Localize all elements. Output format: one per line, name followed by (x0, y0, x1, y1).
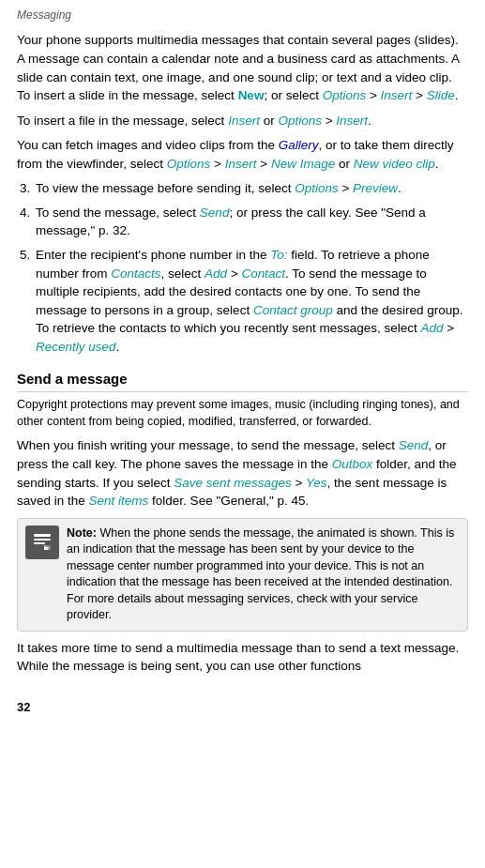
send-para1: Copyright protections may prevent some i… (17, 396, 468, 430)
list-item-5: Enter the recipient's phone number in th… (34, 246, 468, 356)
svg-rect-1 (34, 539, 51, 541)
intro-para1: Your phone supports multimedia messages … (17, 31, 468, 104)
note-box: Note: When the phone sends the message, … (17, 518, 468, 632)
header-title: Messaging (17, 8, 71, 22)
send-a-message-heading: Send a message (17, 369, 468, 392)
note-symbol-icon (31, 531, 53, 554)
svg-rect-0 (34, 534, 51, 537)
svg-rect-4 (44, 547, 49, 548)
page-content: Your phone supports multimedia messages … (0, 23, 485, 693)
list-item-4: To send the message, select Send; or pre… (34, 204, 468, 240)
intro-para2: To insert a file in the message, select … (17, 112, 468, 130)
send-para3: It takes more time to send a multimedia … (17, 639, 468, 676)
svg-rect-2 (34, 542, 45, 544)
note-text: Note: When the phone sends the message, … (67, 525, 460, 624)
note-icon (25, 525, 59, 559)
list-item-3: To view the message before sending it, s… (34, 179, 468, 198)
page-number: 32 (0, 693, 485, 723)
page-header: Messaging (0, 0, 485, 23)
intro-para3: You can fetch images and video clips fro… (17, 136, 468, 173)
send-para2: When you finish writing your message, to… (17, 436, 468, 510)
numbered-list: To view the message before sending it, s… (34, 179, 468, 356)
